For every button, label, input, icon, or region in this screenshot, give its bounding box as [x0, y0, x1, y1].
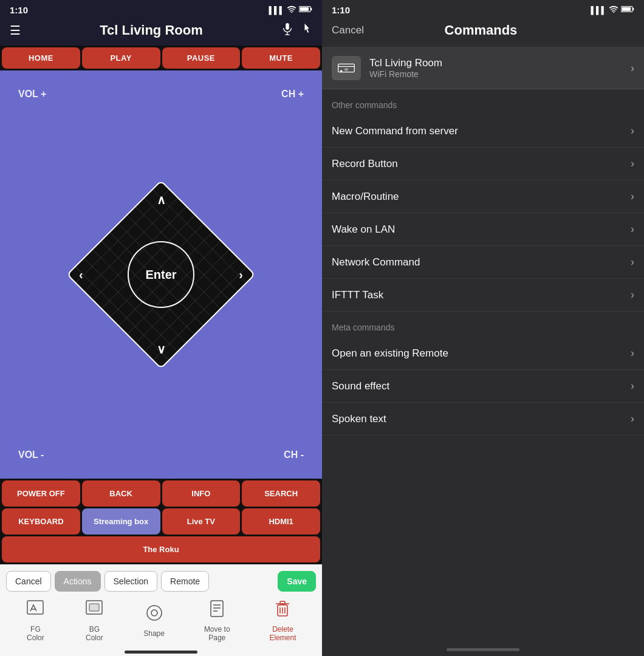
bottom-button-rows: POWER OFF BACK INFO SEARCH KEYBOARD Stre…: [0, 479, 322, 564]
cmd-label: IFTTT Task: [332, 289, 383, 301]
hdmi1-button[interactable]: HDMI1: [242, 508, 320, 535]
pointer-icon[interactable]: [300, 22, 312, 38]
shape-tool[interactable]: Shape: [143, 603, 165, 638]
meta-commands-header: Meta commands: [322, 312, 644, 337]
vol-minus-label: VOL -: [18, 449, 44, 460]
home-indicator-right: [322, 642, 644, 656]
dpad-left-button[interactable]: ‹: [79, 268, 83, 282]
dpad-up-button[interactable]: ∧: [157, 193, 166, 207]
bottom-row-2: KEYBOARD Streaming box Live TV HDMI1: [2, 508, 320, 535]
bottom-row-1: POWER OFF BACK INFO SEARCH: [2, 480, 320, 507]
streaming-box-button[interactable]: Streaming box: [82, 508, 160, 535]
svg-rect-12: [211, 601, 223, 617]
right-wifi-icon: [609, 5, 618, 15]
right-status-icons: ▌▌▌: [591, 5, 634, 15]
cmd-chevron-icon: ›: [631, 380, 634, 392]
power-off-button[interactable]: POWER OFF: [2, 480, 80, 507]
home-indicator-left: [0, 647, 322, 656]
device-icon: [332, 56, 361, 80]
device-subtitle: WiFi Remote: [369, 69, 631, 79]
battery-icon: [299, 5, 312, 15]
search-button[interactable]: SEARCH: [242, 480, 320, 507]
pause-button[interactable]: PAUSE: [162, 47, 241, 69]
cmd-label: New Command from server: [332, 125, 458, 137]
home-button[interactable]: HOME: [2, 47, 80, 69]
selection-button[interactable]: Selection: [104, 571, 158, 592]
svg-rect-3: [300, 7, 309, 11]
right-nav: Cancel Commands: [322, 18, 644, 47]
cmd-chevron-icon: ›: [631, 412, 634, 425]
move-to-page-icon: [207, 599, 227, 623]
toolbar-btn-row: Cancel Actions Selection Remote Save: [6, 571, 316, 592]
svg-rect-24: [632, 8, 634, 10]
cmd-chevron-icon: ›: [631, 256, 634, 268]
fg-color-icon: [26, 599, 45, 623]
bg-color-tool[interactable]: BGColor: [84, 599, 104, 642]
bg-color-icon: [84, 599, 104, 623]
cmd-label: Spoken text: [332, 413, 386, 425]
signal-icon: ▌▌▌: [269, 6, 284, 15]
right-cancel-button[interactable]: Cancel: [332, 24, 364, 36]
keyboard-button[interactable]: KEYBOARD: [2, 508, 80, 535]
svg-rect-9: [89, 604, 99, 611]
play-button[interactable]: PLAY: [82, 47, 160, 69]
cmd-new-command-from-server[interactable]: New Command from server ›: [322, 115, 644, 148]
enter-label: Enter: [145, 268, 176, 282]
hamburger-icon[interactable]: ☰: [10, 23, 21, 38]
actions-button[interactable]: Actions: [55, 571, 101, 592]
fg-color-tool[interactable]: FGColor: [26, 599, 45, 642]
svg-point-10: [147, 606, 162, 620]
shape-label: Shape: [143, 629, 165, 638]
cmd-wake-on-lan[interactable]: Wake on LAN ›: [322, 213, 644, 246]
right-panel: 1:10 ▌▌▌ Cancel Commands: [322, 0, 644, 656]
cmd-record-button[interactable]: Record Button ›: [322, 148, 644, 180]
left-status-bar: 1:10 ▌▌▌: [0, 0, 322, 18]
left-top-icons: [282, 22, 312, 38]
cmd-label: Macro/Routine: [332, 191, 399, 203]
wifi-icon: [287, 5, 296, 15]
svg-point-28: [340, 70, 342, 72]
the-roku-button[interactable]: The Roku: [2, 536, 320, 562]
right-signal-icon: ▌▌▌: [591, 6, 606, 15]
device-info: Tcl Living Room WiFi Remote: [369, 57, 631, 79]
delete-element-label: DeleteElement: [269, 625, 296, 642]
cmd-spoken-text[interactable]: Spoken text ›: [322, 403, 644, 436]
bg-color-label: BGColor: [86, 625, 103, 642]
cmd-network-command[interactable]: Network Command ›: [322, 246, 644, 279]
left-time: 1:10: [10, 5, 28, 15]
partial-row: The Roku: [2, 536, 320, 562]
back-button[interactable]: BACK: [82, 480, 160, 507]
cmd-label: Wake on LAN: [332, 224, 395, 236]
cmd-ifttt-task[interactable]: IFTTT Task ›: [322, 279, 644, 312]
cmd-sound-effect[interactable]: Sound effect ›: [322, 370, 644, 403]
cmd-label: Network Command: [332, 256, 420, 268]
svg-rect-2: [310, 8, 312, 10]
dpad-down-button[interactable]: ∨: [157, 342, 166, 357]
cancel-button[interactable]: Cancel: [6, 571, 51, 592]
delete-element-tool[interactable]: DeleteElement: [269, 599, 296, 642]
delete-element-icon: [273, 599, 292, 623]
cmd-chevron-icon: ›: [631, 125, 634, 137]
info-button[interactable]: INFO: [162, 480, 241, 507]
enter-button[interactable]: Enter: [128, 241, 194, 308]
move-to-page-label: Move toPage: [204, 625, 230, 642]
left-status-icons: ▌▌▌: [269, 5, 312, 15]
save-button[interactable]: Save: [278, 571, 316, 592]
remote-button[interactable]: Remote: [161, 571, 209, 592]
cmd-open-existing-remote[interactable]: Open an existing Remote ›: [322, 337, 644, 370]
cmd-chevron-icon: ›: [631, 157, 634, 170]
cmd-label: Record Button: [332, 158, 398, 170]
move-to-page-tool[interactable]: Move toPage: [204, 599, 230, 642]
device-chevron-icon: ›: [631, 62, 634, 75]
shape-icon: [145, 603, 164, 627]
other-commands-header: Other commands: [322, 89, 644, 115]
device-row[interactable]: Tcl Living Room WiFi Remote ›: [322, 47, 644, 89]
cmd-macro-routine[interactable]: Macro/Routine ›: [322, 180, 644, 213]
left-top-bar: ☰ Tcl Living Room: [0, 18, 322, 46]
mute-button[interactable]: MUTE: [242, 47, 320, 69]
live-tv-button[interactable]: Live TV: [162, 508, 241, 535]
vol-plus-label: VOL +: [18, 89, 46, 100]
mic-icon[interactable]: [282, 22, 293, 38]
dpad-right-button[interactable]: ›: [239, 268, 243, 282]
svg-point-11: [151, 610, 157, 616]
